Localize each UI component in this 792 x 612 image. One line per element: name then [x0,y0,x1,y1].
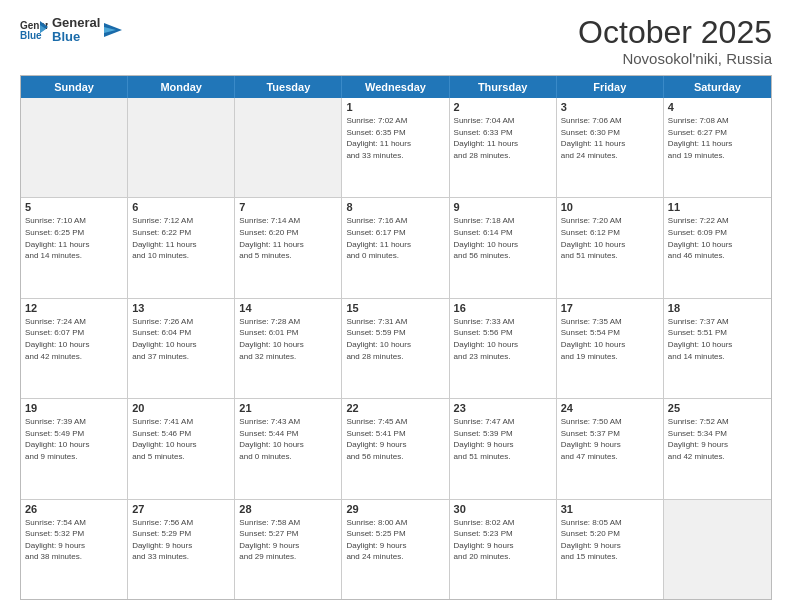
day-number: 23 [454,402,552,414]
cell-info-line: and 10 minutes. [132,250,230,262]
logo-general-text: General [52,16,100,30]
calendar-row: 5Sunrise: 7:10 AMSunset: 6:25 PMDaylight… [21,198,771,298]
cell-info-line: Sunrise: 8:05 AM [561,517,659,529]
day-number: 14 [239,302,337,314]
day-number: 6 [132,201,230,213]
calendar-cell: 29Sunrise: 8:00 AMSunset: 5:25 PMDayligh… [342,500,449,599]
cell-info-line: Sunrise: 7:33 AM [454,316,552,328]
calendar-cell: 28Sunrise: 7:58 AMSunset: 5:27 PMDayligh… [235,500,342,599]
cell-info-line: and 33 minutes. [346,150,444,162]
cell-info-line: Daylight: 9 hours [454,540,552,552]
cell-info-line: Daylight: 10 hours [132,339,230,351]
cell-info-line: and 29 minutes. [239,551,337,563]
cell-info-line: and 19 minutes. [668,150,767,162]
cell-info-line: Sunrise: 7:28 AM [239,316,337,328]
cell-info-line: Sunset: 5:44 PM [239,428,337,440]
cell-info-line: Sunset: 5:37 PM [561,428,659,440]
day-number: 24 [561,402,659,414]
weekday-header: Sunday [21,76,128,98]
cell-info-line: Daylight: 10 hours [25,439,123,451]
day-number: 10 [561,201,659,213]
calendar-cell: 20Sunrise: 7:41 AMSunset: 5:46 PMDayligh… [128,399,235,498]
calendar-cell: 23Sunrise: 7:47 AMSunset: 5:39 PMDayligh… [450,399,557,498]
day-number: 16 [454,302,552,314]
calendar-cell: 3Sunrise: 7:06 AMSunset: 6:30 PMDaylight… [557,98,664,197]
cell-info-line: Sunset: 6:30 PM [561,127,659,139]
cell-info-line: and 20 minutes. [454,551,552,563]
cell-info-line: and 42 minutes. [25,351,123,363]
day-number: 17 [561,302,659,314]
cell-info-line: and 42 minutes. [668,451,767,463]
day-number: 8 [346,201,444,213]
cell-info-line: and 28 minutes. [346,351,444,363]
day-number: 1 [346,101,444,113]
cell-info-line: Sunrise: 7:26 AM [132,316,230,328]
cell-info-line: Sunrise: 7:47 AM [454,416,552,428]
calendar-body: 1Sunrise: 7:02 AMSunset: 6:35 PMDaylight… [21,98,771,599]
cell-info-line: and 23 minutes. [454,351,552,363]
day-number: 19 [25,402,123,414]
cell-info-line: Daylight: 11 hours [239,239,337,251]
cell-info-line: Sunset: 5:54 PM [561,327,659,339]
cell-info-line: Sunset: 5:20 PM [561,528,659,540]
calendar-cell: 24Sunrise: 7:50 AMSunset: 5:37 PMDayligh… [557,399,664,498]
day-number: 30 [454,503,552,515]
calendar-cell: 31Sunrise: 8:05 AMSunset: 5:20 PMDayligh… [557,500,664,599]
weekday-header: Thursday [450,76,557,98]
cell-info-line: Sunset: 6:25 PM [25,227,123,239]
cell-info-line: Sunrise: 7:52 AM [668,416,767,428]
cell-info-line: Daylight: 9 hours [561,439,659,451]
cell-info-line: and 9 minutes. [25,451,123,463]
weekday-header: Friday [557,76,664,98]
cell-info-line: Daylight: 11 hours [346,138,444,150]
cell-info-line: Sunset: 6:17 PM [346,227,444,239]
day-number: 12 [25,302,123,314]
logo: General Blue General Blue [20,16,122,45]
calendar: SundayMondayTuesdayWednesdayThursdayFrid… [20,75,772,600]
cell-info-line: and 5 minutes. [132,451,230,463]
calendar-cell [128,98,235,197]
cell-info-line: Daylight: 9 hours [668,439,767,451]
cell-info-line: and 51 minutes. [454,451,552,463]
calendar-cell: 1Sunrise: 7:02 AMSunset: 6:35 PMDaylight… [342,98,449,197]
cell-info-line: Daylight: 10 hours [25,339,123,351]
cell-info-line: Sunset: 5:25 PM [346,528,444,540]
cell-info-line: Sunset: 6:07 PM [25,327,123,339]
cell-info-line: and 24 minutes. [561,150,659,162]
cell-info-line: Sunrise: 8:02 AM [454,517,552,529]
cell-info-line: Sunrise: 7:35 AM [561,316,659,328]
cell-info-line: Sunset: 6:33 PM [454,127,552,139]
cell-info-line: Sunset: 5:41 PM [346,428,444,440]
page-header: General Blue General Blue October 2025 N… [20,16,772,67]
calendar-cell: 25Sunrise: 7:52 AMSunset: 5:34 PMDayligh… [664,399,771,498]
day-number: 11 [668,201,767,213]
calendar-cell: 7Sunrise: 7:14 AMSunset: 6:20 PMDaylight… [235,198,342,297]
day-number: 21 [239,402,337,414]
calendar-cell: 14Sunrise: 7:28 AMSunset: 6:01 PMDayligh… [235,299,342,398]
calendar-cell: 27Sunrise: 7:56 AMSunset: 5:29 PMDayligh… [128,500,235,599]
cell-info-line: Sunset: 6:35 PM [346,127,444,139]
cell-info-line: and 47 minutes. [561,451,659,463]
cell-info-line: Sunrise: 7:43 AM [239,416,337,428]
cell-info-line: and 38 minutes. [25,551,123,563]
cell-info-line: Daylight: 11 hours [132,239,230,251]
calendar-cell: 21Sunrise: 7:43 AMSunset: 5:44 PMDayligh… [235,399,342,498]
month-title: October 2025 [578,16,772,48]
cell-info-line: Sunrise: 7:37 AM [668,316,767,328]
cell-info-line: Daylight: 9 hours [346,439,444,451]
calendar-row: 1Sunrise: 7:02 AMSunset: 6:35 PMDaylight… [21,98,771,198]
logo-icon: General Blue [20,19,48,41]
cell-info-line: and 56 minutes. [346,451,444,463]
cell-info-line: Sunrise: 7:18 AM [454,215,552,227]
cell-info-line: Daylight: 9 hours [239,540,337,552]
location: Novosokol'niki, Russia [578,50,772,67]
cell-info-line: Sunset: 5:51 PM [668,327,767,339]
cell-info-line: and 5 minutes. [239,250,337,262]
calendar-cell: 9Sunrise: 7:18 AMSunset: 6:14 PMDaylight… [450,198,557,297]
calendar-cell: 6Sunrise: 7:12 AMSunset: 6:22 PMDaylight… [128,198,235,297]
cell-info-line: Daylight: 10 hours [346,339,444,351]
cell-info-line: Daylight: 10 hours [239,339,337,351]
cell-info-line: Sunset: 5:56 PM [454,327,552,339]
cell-info-line: Sunset: 6:04 PM [132,327,230,339]
day-number: 13 [132,302,230,314]
